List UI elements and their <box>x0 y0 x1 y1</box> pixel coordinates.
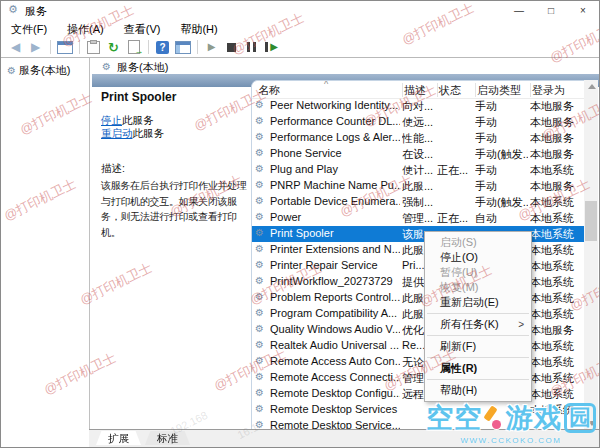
table-row[interactable]: ⚙Printer Extensions and N...此服...本地系统 <box>252 242 586 258</box>
cell-logon: 本地系统 <box>530 195 584 209</box>
view-tab-bar: 扩展标准 <box>89 429 599 447</box>
vertical-scrollbar[interactable] <box>584 80 598 430</box>
service-gear-icon: ⚙ <box>255 259 264 270</box>
scroll-up-icon[interactable] <box>588 84 596 89</box>
service-info-panel: Print Spooler 停止此服务 重启动此服务 描述: 该服务在后台执行打… <box>92 87 250 430</box>
column-header-status[interactable]: 状态 <box>437 83 476 97</box>
services-gear-icon: ⚙ <box>7 65 16 76</box>
refresh-icon: ↻ <box>108 41 119 54</box>
column-header-name[interactable]: 名称 <box>256 83 403 97</box>
menu-separator <box>427 313 529 314</box>
menu-item-view[interactable]: 查看(V) <box>114 20 171 37</box>
toolbar-forward-arrow-button[interactable]: ▶ <box>26 39 45 56</box>
cell-logon: 本地服务 <box>530 147 584 161</box>
table-row[interactable]: ⚙Realtek Audio Universal ...Re...本地系统 <box>252 338 586 354</box>
column-header-startup[interactable]: 启动类型 <box>475 83 531 97</box>
context-menu-item[interactable]: 停止(O) <box>425 250 531 265</box>
table-row[interactable]: ⚙Plug and Play使计...正在...手动本地系统 <box>252 162 586 178</box>
context-menu-item[interactable]: 属性(R) <box>425 361 531 376</box>
toolbar-console-window-button[interactable] <box>55 39 74 56</box>
table-row[interactable]: ⚙Portable Device Enumera...强制...手动(触发...… <box>252 194 586 210</box>
submenu-arrow-icon: > <box>518 317 524 332</box>
stop-service-link[interactable]: 停止 <box>101 114 122 126</box>
table-row[interactable]: ⚙Remote Desktop Configu...远程...本地系统 <box>252 386 586 402</box>
toolbar-start-service-button[interactable]: ▶ <box>202 39 221 56</box>
context-menu-item[interactable]: 重新启动(E) <box>425 295 531 310</box>
selected-service-title: Print Spooler <box>101 90 176 104</box>
context-menu-item: 启动(S) <box>425 235 531 250</box>
cell-name: Remote Desktop Services <box>270 403 400 417</box>
table-row[interactable]: ⚙PrintWorkflow_20273729提供...本地系统 <box>252 274 586 290</box>
toolbar-stop-service-button[interactable] <box>222 39 241 56</box>
scroll-down-icon[interactable] <box>588 421 596 426</box>
column-header-desc[interactable]: 描述 <box>402 83 438 97</box>
table-row[interactable]: ⚙Program Compatibility A...此服...本地系统 <box>252 306 586 322</box>
cell-status <box>437 131 473 145</box>
table-row[interactable]: ⚙Performance Counter DL...使远...手动本地服务 <box>252 114 586 130</box>
context-menu-item: 暂停(U) <box>425 265 531 280</box>
context-menu-item[interactable]: 帮助(H) <box>425 383 531 398</box>
service-gear-icon: ⚙ <box>255 115 264 126</box>
cell-status <box>437 403 473 417</box>
toolbar-restart-service-button[interactable]: ▶ <box>262 39 281 56</box>
table-row[interactable]: ⚙PNRP Machine Name Pu...此服...手动本地服务 <box>252 178 586 194</box>
table-row[interactable]: ⚙Print Spooler该服...本地系统 <box>252 226 586 242</box>
table-row[interactable]: ⚙Remote Desktop Services本地系统 <box>252 402 586 418</box>
cell-logon: 本地系统 <box>530 275 584 289</box>
restart-service-icon: ▶ <box>265 42 278 52</box>
table-row[interactable]: ⚙Remote Access Auto Con...无论...本地系统 <box>252 354 586 370</box>
table-row[interactable]: ⚙Quality Windows Audio V...优化...本地服务 <box>252 322 586 338</box>
export-properties-icon <box>87 41 100 54</box>
table-row[interactable]: ⚙Printer Repair ServicePri...本地系统 <box>252 258 586 274</box>
context-menu-item[interactable]: 所有任务(K)> <box>425 317 531 332</box>
table-row[interactable]: ⚙Performance Logs & Aler...性能...手动本地服务 <box>252 130 586 146</box>
description-label: 描述: <box>101 162 125 176</box>
tree-item-label: 服务(本地) <box>19 64 70 76</box>
toolbar-console-pane-button[interactable] <box>173 39 192 56</box>
toolbar-refresh-button[interactable]: ↻ <box>104 39 123 56</box>
cell-startup: 手动 <box>475 131 528 145</box>
column-header-logon[interactable]: 登录为 <box>530 83 586 97</box>
tree-item-services-local[interactable]: ⚙服务(本地) <box>7 63 70 78</box>
toolbar-help-button[interactable]: ? <box>153 39 172 56</box>
toolbar-pause-service-button[interactable] <box>242 39 261 56</box>
stop-service-rest: 此服务 <box>122 114 154 126</box>
table-row[interactable]: ⚙Peer Networking Identity...向对...手动本地服务 <box>252 98 586 114</box>
menu-item-action[interactable]: 操作(A) <box>57 20 114 37</box>
toolbar-separator <box>79 40 80 54</box>
table-row[interactable]: ⚙Power管理...正在...自动本地系统 <box>252 210 586 226</box>
cell-logon: 本地系统 <box>530 163 584 177</box>
table-row[interactable]: ⚙Phone Service在设...手动(触发...本地服务 <box>252 146 586 162</box>
maximize-button[interactable]: □ <box>535 1 567 20</box>
cell-startup: 手动 <box>475 99 528 113</box>
cell-name: Peer Networking Identity... <box>270 99 400 113</box>
service-gear-icon: ⚙ <box>255 147 264 158</box>
title-bar: ⚙ 服务 — □ × <box>1 1 599 20</box>
cell-name: Phone Service <box>270 147 400 161</box>
scrollbar-thumb[interactable] <box>585 201 597 241</box>
menu-bar: 文件(F)操作(A)查看(V)帮助(H) <box>1 20 599 37</box>
cell-name: Plug and Play <box>270 163 400 177</box>
cell-logon: 本地系统 <box>530 403 584 417</box>
toolbar-export-properties-button[interactable] <box>84 39 103 56</box>
cell-status <box>437 179 473 193</box>
cell-desc: 强制... <box>402 195 435 209</box>
services-window: ⚙ 服务 — □ × 文件(F)操作(A)查看(V)帮助(H) ◀▶↻?▶▶ ⚙… <box>0 0 600 448</box>
help-icon: ? <box>156 41 169 54</box>
minimize-button[interactable]: — <box>503 1 535 20</box>
restart-service-link[interactable]: 重启动 <box>101 127 133 139</box>
menu-item-file[interactable]: 文件(F) <box>1 20 57 37</box>
toolbar-back-arrow-button[interactable]: ◀ <box>6 39 25 56</box>
context-menu-item[interactable]: 刷新(F) <box>425 339 531 354</box>
toolbar-export-list-button[interactable] <box>124 39 143 56</box>
close-button[interactable]: × <box>567 1 599 20</box>
cell-name: PNRP Machine Name Pu... <box>270 179 400 193</box>
tab-extended[interactable]: 扩展 <box>96 431 141 445</box>
table-row[interactable]: ⚙Remote Access Connecti...管理...本地系统 <box>252 370 586 386</box>
table-row[interactable]: ⚙Problem Reports Control...此服...本地系统 <box>252 290 586 306</box>
menu-item-help[interactable]: 帮助(H) <box>170 20 227 37</box>
cell-name: Printer Repair Service <box>270 259 400 273</box>
service-gear-icon: ⚙ <box>255 403 264 414</box>
tab-standard[interactable]: 标准 <box>145 431 190 445</box>
cell-name: PrintWorkflow_20273729 <box>270 275 400 289</box>
